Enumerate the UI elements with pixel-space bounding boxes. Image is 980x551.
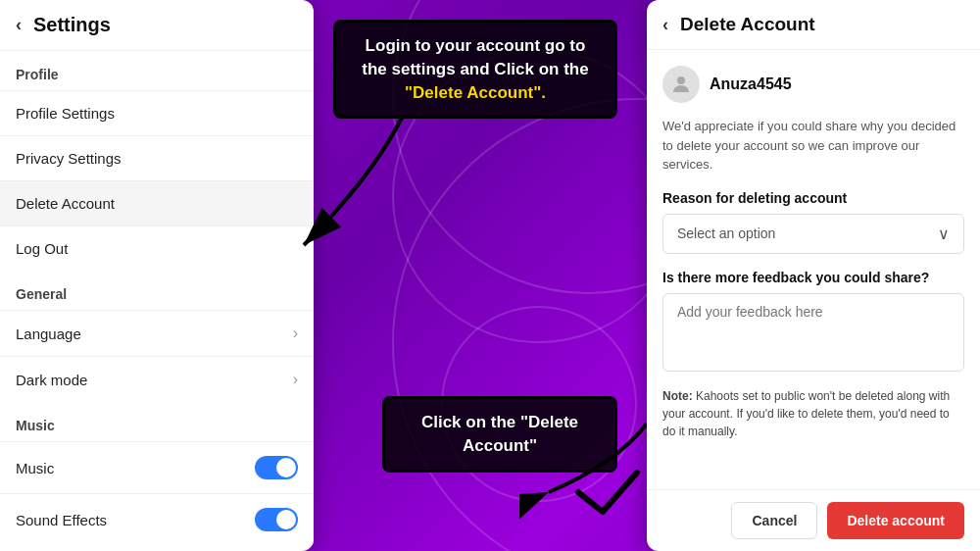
- settings-item-language[interactable]: Language ›: [0, 310, 314, 356]
- sound-effects-label: Sound Effects: [16, 512, 107, 528]
- settings-body: Profile Profile Settings Privacy Setting…: [0, 51, 314, 551]
- cancel-button[interactable]: Cancel: [731, 502, 817, 539]
- delete-account-button[interactable]: Delete account: [827, 502, 964, 539]
- delete-account-panel: ‹ Delete Account Anuza4545 We'd apprecia…: [647, 0, 980, 551]
- settings-title: Settings: [33, 14, 111, 36]
- dark-mode-arrow-icon: ›: [293, 371, 298, 388]
- delete-account-label: Delete Account: [16, 195, 115, 212]
- settings-item-sound-effects[interactable]: Sound Effects: [0, 493, 314, 545]
- section-general-label: General: [0, 271, 314, 310]
- settings-panel: ‹ Settings Profile Profile Settings Priv…: [0, 0, 314, 551]
- instruction-box-1: Login to your account go tothe settings …: [333, 20, 617, 119]
- sound-effects-toggle[interactable]: [255, 508, 298, 531]
- username-label: Anuza4545: [710, 75, 792, 93]
- language-label: Language: [16, 326, 81, 342]
- feedback-textarea[interactable]: [662, 293, 964, 372]
- settings-item-delete-account[interactable]: Delete Account: [0, 180, 314, 225]
- settings-item-log-out[interactable]: Log Out: [0, 225, 314, 271]
- settings-back-button[interactable]: ‹: [16, 15, 22, 35]
- section-music-label: Music: [0, 402, 314, 441]
- settings-item-privacy-settings[interactable]: Privacy Settings: [0, 135, 314, 180]
- note-bold-label: Note:: [662, 389, 693, 403]
- section-profile-label: Profile: [0, 51, 314, 90]
- language-arrow-icon: ›: [293, 325, 298, 342]
- delete-back-button[interactable]: ‹: [662, 15, 668, 35]
- settings-header: ‹ Settings: [0, 0, 314, 51]
- profile-settings-label: Profile Settings: [16, 105, 115, 122]
- sound-effects-toggle-thumb: [276, 510, 296, 529]
- delete-description: We'd appreciate if you could share why y…: [662, 117, 964, 175]
- instruction-text-1: Login to your account go tothe settings …: [362, 36, 588, 102]
- delete-panel-title: Delete Account: [680, 14, 815, 35]
- feedback-section-label: Is there more feedback you could share?: [662, 270, 964, 285]
- delete-header: ‹ Delete Account: [647, 0, 980, 50]
- select-placeholder: Select an option: [677, 225, 775, 241]
- delete-body: Anuza4545 We'd appreciate if you could s…: [647, 50, 980, 489]
- music-toggle[interactable]: [255, 456, 298, 479]
- dark-mode-label: Dark mode: [16, 372, 87, 388]
- settings-item-profile-settings[interactable]: Profile Settings: [0, 90, 314, 135]
- music-toggle-thumb: [276, 458, 296, 477]
- settings-item-music[interactable]: Music: [0, 441, 314, 493]
- reason-select-dropdown[interactable]: Select an option ∨: [662, 214, 964, 254]
- delete-footer: Cancel Delete account: [647, 489, 980, 551]
- note-content: Kahoots set to public won't be deleted a…: [662, 389, 950, 438]
- user-avatar: [662, 66, 700, 103]
- privacy-settings-label: Privacy Settings: [16, 150, 122, 167]
- settings-item-dark-mode[interactable]: Dark mode ›: [0, 356, 314, 402]
- instruction-box-2: Click on the "DeleteAccount": [382, 396, 617, 473]
- instruction-text-2: Click on the "DeleteAccount": [421, 413, 578, 455]
- note-text: Note: Kahoots set to public won't be del…: [662, 387, 964, 440]
- reason-field-label: Reason for deleting account: [662, 190, 964, 206]
- log-out-label: Log Out: [16, 240, 68, 257]
- section-social-label: Social: [0, 545, 314, 551]
- user-row: Anuza4545: [662, 66, 964, 103]
- music-label: Music: [16, 460, 54, 476]
- svg-point-2: [677, 76, 685, 84]
- chevron-down-icon: ∨: [938, 225, 950, 243]
